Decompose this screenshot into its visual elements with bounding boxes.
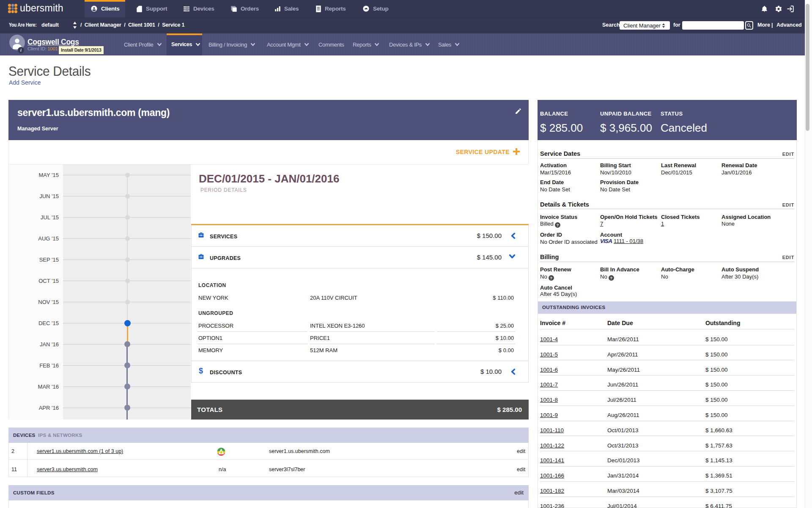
svg-text:$: $ [199,367,203,375]
